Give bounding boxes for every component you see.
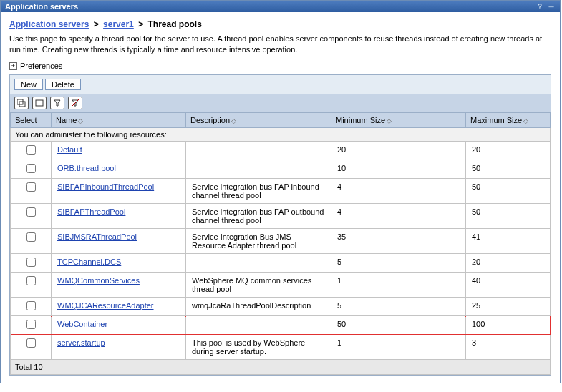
row-checkbox[interactable] [26,232,36,242]
panel-body: Application servers > server1 > Thread p… [1,12,560,383]
row-name-link[interactable]: WMQCommonServices [57,276,140,285]
row-name-link[interactable]: SIBFAPInboundThreadPool [57,182,154,191]
row-name-link[interactable]: SIBFAPThreadPool [57,207,125,216]
row-min-cell: 4 [331,179,466,204]
row-desc-cell [186,160,331,179]
row-name-cell: ORB.thread.pool [52,160,186,179]
data-grid: Select Name◇ Description◇ Minimum Size◇ … [10,112,551,375]
row-checkbox[interactable] [26,320,36,329]
total-row: Total 10 [11,360,551,375]
row-min-cell: 20 [331,142,466,160]
row-checkbox[interactable] [26,258,36,267]
col-name[interactable]: Name◇ [52,113,186,128]
titlebar-title: Application servers [5,2,78,11]
row-name-cell: SIBJMSRAThreadPool [52,229,186,254]
row-desc-cell: Service Integration Bus JMS Resource Ada… [186,229,331,254]
table-row: TCPChannel.DCS520 [11,254,551,273]
row-select-cell [11,142,52,160]
filter-icon[interactable] [50,97,64,109]
row-max-cell: 40 [466,273,551,298]
table-row: WMQJCAResourceAdapterwmqJcaRaThreadPoolD… [11,298,551,316]
row-name-cell: SIBFAPInboundThreadPool [52,179,186,204]
minimize-icon[interactable]: ─ [547,2,556,11]
col-max[interactable]: Maximum Size◇ [466,113,551,128]
col-select: Select [11,113,52,128]
breadcrumb: Application servers > server1 > Thread p… [9,19,551,29]
icon-bar [10,94,551,112]
row-desc-cell: wmqJcaRaThreadPoolDescription [186,298,331,316]
table-row: WebContainer50100 [11,316,551,335]
row-min-cell: 5 [331,254,466,273]
row-name-link[interactable]: SIBJMSRAThreadPool [57,232,137,241]
preferences-toggle[interactable]: + Preferences [9,62,62,70]
row-name-link[interactable]: ORB.thread.pool [57,164,116,172]
row-name-cell: SIBFAPThreadPool [52,204,186,229]
titlebar-icons: ? ─ [536,2,556,11]
row-name-link[interactable]: WMQJCAResourceAdapter [57,301,154,310]
expand-icon: + [9,62,17,70]
select-all-icon[interactable] [14,97,29,109]
row-desc-cell [186,316,331,335]
row-min-cell: 4 [331,204,466,229]
sort-icon[interactable]: ◇ [78,117,83,124]
row-desc-cell [186,254,331,273]
row-checkbox[interactable] [26,301,36,310]
row-name-link[interactable]: TCPChannel.DCS [57,258,121,266]
row-max-cell: 3 [466,335,551,360]
panel: Application servers ? ─ Application serv… [0,0,561,383]
col-description[interactable]: Description◇ [186,113,331,128]
new-button[interactable]: New [14,79,43,90]
content-table: New Delete [9,74,551,376]
row-select-cell [11,335,52,360]
table-row: ORB.thread.pool1050 [11,160,551,179]
row-name-link[interactable]: WebContainer [57,320,107,328]
row-min-cell: 5 [331,298,466,316]
breadcrumb-current: Thread pools [148,19,202,29]
row-checkbox[interactable] [26,145,36,155]
sort-icon[interactable]: ◇ [387,117,392,124]
breadcrumb-link-server[interactable]: server1 [103,19,134,29]
table-row: server.startupThis pool is used by WebSp… [11,335,551,360]
row-checkbox[interactable] [26,207,36,217]
row-min-cell: 1 [331,273,466,298]
row-name-cell: Default [52,142,186,160]
help-icon[interactable]: ? [536,2,544,11]
row-desc-cell [186,142,331,160]
table-row: Default2020 [11,142,551,160]
row-select-cell [11,298,52,316]
breadcrumb-link-appservers[interactable]: Application servers [9,19,89,29]
table-row: WMQCommonServicesWebSphere MQ common ser… [11,273,551,298]
row-select-cell [11,316,52,335]
row-max-cell: 41 [466,229,551,254]
row-min-cell: 1 [331,335,466,360]
breadcrumb-sep: > [94,19,99,29]
row-select-cell [11,160,52,179]
deselect-all-icon[interactable] [32,97,47,109]
row-checkbox[interactable] [26,182,36,192]
row-min-cell: 35 [331,229,466,254]
sort-icon[interactable]: ◇ [231,117,236,124]
row-max-cell: 20 [466,254,551,273]
row-select-cell [11,229,52,254]
row-name-link[interactable]: server.startup [57,338,105,347]
row-desc-cell: Service integration bus FAP inbound chan… [186,179,331,204]
row-checkbox[interactable] [26,164,36,173]
row-desc-cell: Service integration bus FAP outbound cha… [186,204,331,229]
sort-icon[interactable]: ◇ [523,117,528,124]
row-checkbox[interactable] [26,276,36,285]
row-checkbox[interactable] [26,338,36,348]
row-desc-cell: WebSphere MQ common services thread pool [186,273,331,298]
table-row: SIBFAPInboundThreadPoolService integrati… [11,179,551,204]
svg-rect-2 [36,100,43,106]
col-min[interactable]: Minimum Size◇ [331,113,466,128]
breadcrumb-sep: > [138,19,143,29]
row-name-link[interactable]: Default [57,145,82,154]
row-max-cell: 50 [466,160,551,179]
header-row: Select Name◇ Description◇ Minimum Size◇ … [11,113,551,128]
row-min-cell: 10 [331,160,466,179]
row-name-cell: WebContainer [52,316,186,335]
clear-filter-icon[interactable] [68,97,82,109]
delete-button[interactable]: Delete [45,79,81,90]
page-description: Use this page to specify a thread pool f… [9,34,551,55]
row-max-cell: 50 [466,204,551,229]
